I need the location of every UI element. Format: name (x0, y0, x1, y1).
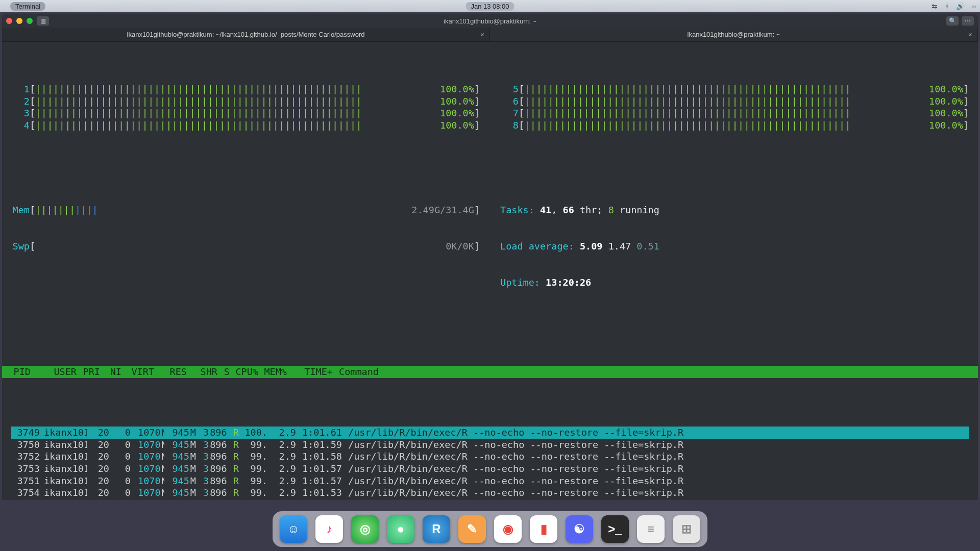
cpu-meter-5: 5[||||||||||||||||||||||||||||||||||||||… (500, 83, 969, 95)
tab-0[interactable]: ikanx101githubio@praktikum: ~/ikanx101.g… (2, 28, 490, 41)
window-title: ikanx101githubio@praktikum: ~ (444, 17, 536, 25)
close-icon[interactable]: × (968, 31, 972, 39)
battery-icon[interactable]: ⎓ (972, 2, 976, 10)
close-icon[interactable]: × (480, 31, 484, 39)
col-res[interactable]: RES (155, 366, 188, 378)
mem-bar: ||||||||||| (35, 204, 98, 214)
dock-app-chrome[interactable]: ◉ (494, 515, 522, 543)
process-list[interactable]: 3749ikanx101g2001070M945M3896R100.2.91:0… (11, 427, 969, 500)
swp-meter: Swp[0K/0K] (11, 240, 480, 253)
col-user[interactable]: USER (32, 366, 78, 378)
cpu-meter-1: 1[||||||||||||||||||||||||||||||||||||||… (11, 83, 480, 95)
menu-button[interactable]: ⋯ (962, 16, 974, 26)
cpu-meter-8: 8[||||||||||||||||||||||||||||||||||||||… (500, 119, 969, 132)
dock-app-discord[interactable]: ☯ (566, 515, 593, 543)
menubar: Terminal Jan 13 08:00 ⇆ ᚼ 🔊 ⎓ (0, 0, 980, 12)
terminal-body[interactable]: 1[||||||||||||||||||||||||||||||||||||||… (2, 42, 978, 500)
process-header[interactable]: PIDUSERPRINIVIRTRESSHRSCPU%MEM%TIME+Comm… (2, 366, 978, 378)
tab-label: ikanx101githubio@praktikum: ~/ikanx101.g… (127, 31, 365, 38)
titlebar: ▥ ikanx101githubio@praktikum: ~ 🔍 ⋯ (2, 14, 978, 28)
cpu-meter-4: 4[||||||||||||||||||||||||||||||||||||||… (11, 119, 480, 132)
wifi-icon[interactable]: ⇆ (932, 2, 938, 10)
process-row[interactable]: 3751ikanx101g2001070M945M3896R99.2.91:01… (11, 475, 969, 487)
col-cpu[interactable]: CPU% (231, 366, 259, 378)
dock-app-safari[interactable]: ● (387, 515, 414, 543)
col-shr[interactable]: SHR (188, 366, 218, 378)
window-controls (6, 18, 33, 24)
menubar-app-name[interactable]: Terminal (10, 2, 45, 11)
process-row[interactable]: 3750ikanx101g2001070M945M3896R99.2.91:01… (11, 439, 969, 451)
menubar-status-icons: ⇆ ᚼ 🔊 ⎓ (932, 2, 976, 10)
zoom-icon[interactable] (27, 18, 33, 24)
dock-app-music[interactable]: ♪ (315, 515, 343, 543)
tab-bar: ikanx101githubio@praktikum: ~/ikanx101.g… (2, 28, 978, 42)
process-row[interactable]: 3753ikanx101g2001070M945M3896R99.2.91:01… (11, 463, 969, 475)
cpu-meter-3: 3[||||||||||||||||||||||||||||||||||||||… (11, 107, 480, 119)
dock-app-finder[interactable]: ☺ (280, 515, 307, 543)
col-pid[interactable]: PID (2, 366, 32, 378)
process-row[interactable]: 3749ikanx101g2001070M945M3896R100.2.91:0… (11, 427, 969, 439)
tab-1[interactable]: ikanx101githubio@praktikum: ~× (490, 28, 978, 41)
cpu-meter-2: 2[||||||||||||||||||||||||||||||||||||||… (11, 95, 480, 108)
dock-app-system[interactable]: ◎ (351, 515, 379, 543)
col-time[interactable]: TIME+ (288, 366, 334, 378)
dock-app-rstudio[interactable]: R (423, 515, 450, 543)
dock-app-textedit[interactable]: ≡ (637, 515, 665, 543)
terminal-window: ▥ ikanx101githubio@praktikum: ~ 🔍 ⋯ ikan… (2, 14, 978, 500)
bluetooth-icon[interactable]: ᚼ (945, 2, 949, 10)
minimize-icon[interactable] (16, 18, 22, 24)
dock-app-launchpad[interactable]: ⊞ (673, 515, 700, 543)
loadavg-line: Load average: 5.09 1.47 0.51 (500, 240, 969, 253)
dock: ☺♪◎●R✎◉▮☯>_≡⊞ (273, 511, 707, 547)
uptime-line: Uptime: 13:20:26 (500, 277, 969, 289)
process-row[interactable]: 3752ikanx101g2001070M945M3896R99.2.91:01… (11, 450, 969, 463)
col-ni[interactable]: NI (101, 366, 122, 378)
dock-app-stats[interactable]: ▮ (530, 515, 557, 543)
col-pri[interactable]: PRI (78, 366, 101, 378)
cpu-meter-7: 7[||||||||||||||||||||||||||||||||||||||… (500, 107, 969, 119)
mem-meter: Mem[|||||||||||2.49G/31.4G] (11, 204, 480, 216)
tab-label: ikanx101githubio@praktikum: ~ (688, 31, 780, 38)
new-tab-button[interactable]: ▥ (37, 16, 49, 26)
tasks-line: Tasks: 41, 66 thr; 8 running (500, 204, 969, 216)
search-button[interactable]: 🔍 (946, 16, 959, 26)
dock-app-terminal[interactable]: >_ (601, 515, 629, 543)
process-row[interactable]: 3756ikanx101g2001070M945M3896R99.2.91:01… (11, 499, 969, 500)
dock-app-notes[interactable]: ✎ (458, 515, 486, 543)
close-icon[interactable] (6, 18, 12, 24)
col-mem[interactable]: MEM% (259, 366, 288, 378)
col-command[interactable]: Command (334, 366, 978, 378)
volume-icon[interactable]: 🔊 (956, 2, 965, 10)
cpu-meter-6: 6[||||||||||||||||||||||||||||||||||||||… (500, 95, 969, 108)
menubar-clock[interactable]: Jan 13 08:00 (465, 2, 514, 11)
col-s[interactable]: S (218, 366, 231, 378)
col-virt[interactable]: VIRT (122, 366, 155, 378)
process-row[interactable]: 3754ikanx101g2001070M945M3896R99.2.91:01… (11, 487, 969, 499)
